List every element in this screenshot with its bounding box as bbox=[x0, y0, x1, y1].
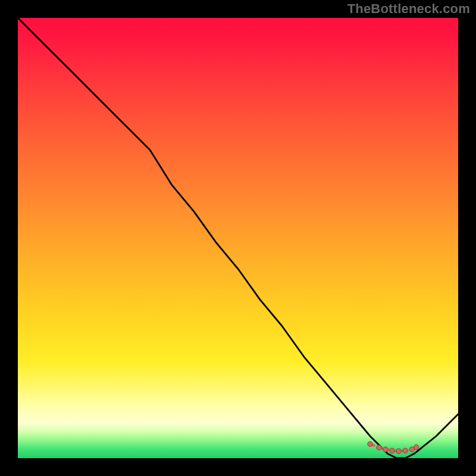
svg-point-2 bbox=[383, 447, 388, 452]
plot-area bbox=[18, 18, 458, 458]
watermark-text: TheBottleneck.com bbox=[347, 1, 470, 17]
optimal-range-markers bbox=[18, 18, 458, 458]
svg-point-4 bbox=[396, 449, 401, 453]
svg-point-7 bbox=[414, 444, 419, 449]
svg-point-5 bbox=[403, 448, 408, 453]
svg-point-1 bbox=[377, 445, 381, 450]
svg-point-0 bbox=[368, 441, 372, 446]
svg-point-3 bbox=[390, 448, 394, 453]
chart-frame: TheBottleneck.com bbox=[0, 0, 476, 476]
